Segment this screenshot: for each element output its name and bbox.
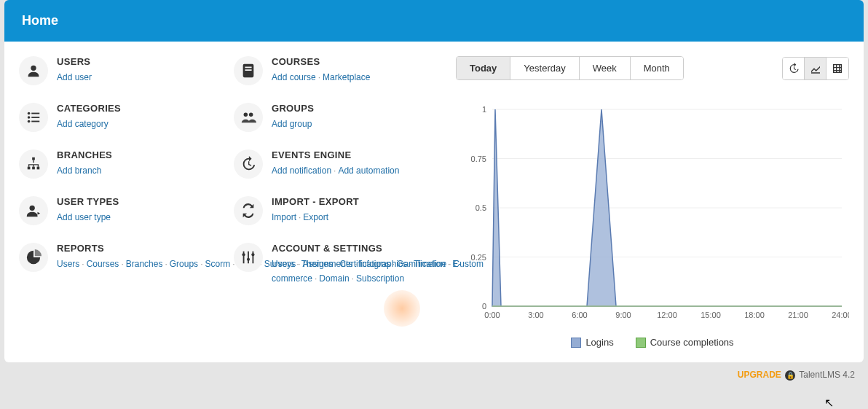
page-header: Home bbox=[4, 0, 864, 42]
svg-text:3:00: 3:00 bbox=[528, 311, 543, 319]
svg-text:1: 1 bbox=[482, 105, 486, 114]
tab-yesterday[interactable]: Yesterday bbox=[510, 57, 579, 79]
svg-rect-9 bbox=[32, 157, 35, 160]
page-title: Home bbox=[22, 13, 846, 28]
tile-title[interactable]: BRANCHES bbox=[57, 149, 226, 160]
tile-account-settings: ACCOUNT & SETTINGSUsers·Themes·Certifica… bbox=[234, 243, 441, 287]
tab-month[interactable]: Month bbox=[631, 57, 683, 79]
link-groups[interactable]: Groups bbox=[170, 259, 198, 269]
svg-text:18:00: 18:00 bbox=[744, 311, 765, 319]
footer: UPGRADE 🔒 TalentLMS 4.2 bbox=[4, 362, 864, 388]
svg-text:0.75: 0.75 bbox=[471, 155, 486, 163]
tile-title[interactable]: EVENTS ENGINE bbox=[272, 149, 441, 160]
user-types-icon[interactable] bbox=[19, 196, 48, 225]
events-engine-icon[interactable] bbox=[234, 149, 263, 179]
link-add-user[interactable]: Add user bbox=[57, 72, 92, 82]
tile-title[interactable]: CATEGORIES bbox=[57, 103, 226, 114]
tile-categories: CATEGORIESAdd category bbox=[19, 103, 226, 132]
svg-text:6:00: 6:00 bbox=[572, 311, 587, 319]
tile-title[interactable]: GROUPS bbox=[272, 103, 441, 114]
svg-point-5 bbox=[28, 120, 31, 123]
link-domain[interactable]: Domain bbox=[319, 273, 349, 284]
courses-icon[interactable] bbox=[234, 56, 263, 85]
tab-today[interactable]: Today bbox=[457, 57, 510, 79]
svg-rect-12 bbox=[37, 167, 40, 170]
link-users[interactable]: Users bbox=[272, 259, 294, 269]
users-icon[interactable] bbox=[19, 56, 48, 85]
link-import[interactable]: Import bbox=[272, 212, 296, 222]
link-add-category[interactable]: Add category bbox=[57, 119, 108, 129]
link-add-user-type[interactable]: Add user type bbox=[57, 212, 111, 222]
tile-user-types: USER TYPESAdd user type bbox=[19, 196, 226, 225]
svg-text:0: 0 bbox=[482, 302, 486, 311]
time-range-tabs: TodayYesterdayWeekMonth bbox=[456, 56, 684, 80]
chart-icon[interactable] bbox=[805, 58, 826, 79]
categories-icon[interactable] bbox=[19, 103, 48, 132]
svg-point-8 bbox=[249, 113, 253, 117]
lock-icon: 🔒 bbox=[785, 370, 795, 381]
svg-text:0.25: 0.25 bbox=[471, 253, 486, 262]
tile-branches: BRANCHESAdd branch bbox=[19, 149, 226, 179]
tab-week[interactable]: Week bbox=[580, 57, 631, 79]
upgrade-link[interactable]: UPGRADE bbox=[738, 370, 781, 380]
groups-icon[interactable] bbox=[234, 103, 263, 132]
svg-text:12:00: 12:00 bbox=[657, 311, 677, 319]
link-branches[interactable]: Branches bbox=[126, 259, 163, 269]
link-subscription[interactable]: Subscription bbox=[356, 273, 404, 284]
svg-rect-11 bbox=[32, 167, 35, 170]
link-gamification[interactable]: Gamification bbox=[397, 259, 446, 269]
cursor-icon: ↖ bbox=[824, 396, 834, 409]
import-export-icon[interactable] bbox=[234, 196, 263, 225]
link-marketplace[interactable]: Marketplace bbox=[323, 72, 370, 82]
svg-text:0:00: 0:00 bbox=[484, 311, 500, 319]
svg-point-17 bbox=[242, 253, 245, 256]
link-add-automation[interactable]: Add automation bbox=[338, 165, 399, 176]
link-courses[interactable]: Courses bbox=[87, 259, 119, 269]
link-add-course[interactable]: Add course bbox=[272, 72, 316, 82]
tile-import-export: IMPORT - EXPORTImport·Export bbox=[234, 196, 441, 225]
svg-rect-6 bbox=[31, 121, 39, 122]
link-certifications[interactable]: Certifications bbox=[339, 259, 390, 269]
link-scorm[interactable]: Scorm bbox=[205, 259, 230, 269]
svg-point-0 bbox=[31, 66, 36, 71]
legend-completions: Course completions bbox=[636, 337, 734, 348]
activity-chart: 00.250.50.7510:003:006:009:0012:0015:001… bbox=[456, 102, 849, 348]
link-users[interactable]: Users bbox=[57, 259, 79, 269]
product-version: TalentLMS 4.2 bbox=[799, 370, 855, 380]
link-add-branch[interactable]: Add branch bbox=[57, 165, 101, 176]
svg-text:0.5: 0.5 bbox=[476, 203, 486, 212]
svg-point-19 bbox=[251, 253, 254, 256]
svg-point-13 bbox=[30, 206, 35, 211]
account-settings-icon[interactable] bbox=[234, 243, 263, 272]
svg-text:24:00: 24:00 bbox=[832, 311, 849, 319]
view-switcher bbox=[782, 57, 849, 80]
link-add-notification[interactable]: Add notification bbox=[272, 165, 331, 176]
tile-title[interactable]: USERS bbox=[57, 56, 226, 67]
table-icon[interactable] bbox=[826, 58, 848, 79]
reports-icon[interactable] bbox=[19, 243, 48, 272]
tile-title[interactable]: USER TYPES bbox=[57, 196, 226, 207]
svg-point-7 bbox=[244, 113, 248, 117]
history-icon[interactable] bbox=[783, 58, 805, 79]
svg-rect-4 bbox=[31, 117, 39, 118]
branches-icon[interactable] bbox=[19, 149, 48, 179]
link-themes[interactable]: Themes bbox=[301, 259, 333, 269]
admin-tiles: USERSAdd userCOURSESAdd course·Marketpla… bbox=[19, 56, 441, 348]
link-add-group[interactable]: Add group bbox=[272, 119, 312, 129]
tile-courses: COURSESAdd course·Marketplace bbox=[234, 56, 441, 85]
tile-title[interactable]: REPORTS bbox=[57, 243, 226, 254]
tile-events-engine: EVENTS ENGINEAdd notification·Add automa… bbox=[234, 149, 441, 179]
tile-title[interactable]: ACCOUNT & SETTINGS bbox=[272, 243, 441, 254]
svg-rect-10 bbox=[28, 167, 31, 170]
link-export[interactable]: Export bbox=[303, 212, 328, 222]
tile-groups: GROUPSAdd group bbox=[234, 103, 441, 132]
tile-title[interactable]: IMPORT - EXPORT bbox=[272, 196, 441, 207]
tile-reports: REPORTSUsers·Courses·Branches·Groups·Sco… bbox=[19, 243, 226, 287]
svg-rect-15 bbox=[248, 252, 249, 264]
svg-point-1 bbox=[28, 112, 31, 115]
svg-point-3 bbox=[28, 116, 31, 119]
svg-text:15:00: 15:00 bbox=[701, 311, 721, 319]
tile-title[interactable]: COURSES bbox=[272, 56, 441, 67]
svg-text:9:00: 9:00 bbox=[615, 311, 631, 319]
svg-rect-2 bbox=[31, 113, 39, 114]
